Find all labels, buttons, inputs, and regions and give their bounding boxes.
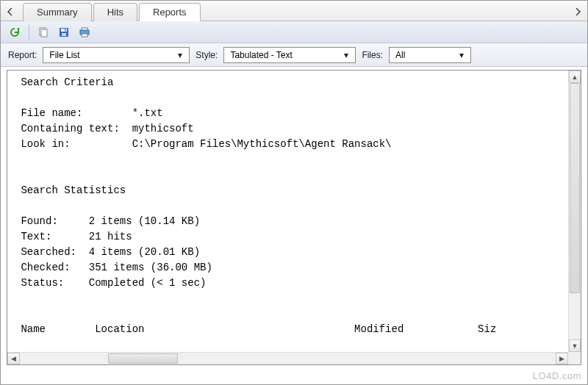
- files-dropdown[interactable]: All ▾: [389, 47, 471, 63]
- scroll-corner: [568, 352, 581, 364]
- tabs-bar: Summary Hits Reports: [1, 1, 587, 21]
- chevron-down-icon: ▾: [456, 50, 467, 60]
- scroll-down-button[interactable]: ▼: [569, 339, 581, 352]
- style-dropdown-value: Tabulated - Text: [230, 50, 293, 60]
- watermark: LO4D.com: [533, 370, 581, 381]
- tab-scroll-right[interactable]: [571, 4, 584, 19]
- report-dropdown[interactable]: File List ▾: [43, 47, 190, 63]
- vertical-scrollbar[interactable]: ▲ ▼: [568, 71, 581, 352]
- vertical-scroll-track[interactable]: [569, 83, 581, 339]
- horizontal-scroll-thumb[interactable]: [108, 353, 178, 364]
- svg-rect-2: [41, 29, 47, 37]
- toolbar: [1, 21, 587, 43]
- svg-rect-4: [61, 29, 67, 32]
- report-dropdown-value: File List: [49, 50, 79, 60]
- tab-scroll-left[interactable]: [4, 4, 17, 19]
- save-button[interactable]: [56, 24, 72, 40]
- horizontal-scrollbar[interactable]: ◀ ▶: [7, 352, 568, 364]
- svg-rect-5: [62, 33, 66, 36]
- scroll-right-button[interactable]: ▶: [556, 353, 568, 364]
- tab-reports[interactable]: Reports: [139, 3, 201, 21]
- tab-summary[interactable]: Summary: [23, 3, 92, 21]
- style-label: Style:: [196, 50, 218, 60]
- tab-hits[interactable]: Hits: [93, 3, 137, 21]
- style-dropdown[interactable]: Tabulated - Text ▾: [223, 47, 356, 63]
- filter-bar: Report: File List ▾ Style: Tabulated - T…: [1, 43, 587, 67]
- svg-rect-6: [65, 29, 66, 31]
- files-label: Files:: [362, 50, 383, 60]
- chevron-down-icon: ▾: [340, 50, 352, 60]
- chevron-down-icon: ▾: [174, 50, 186, 60]
- toolbar-separator: [29, 25, 29, 40]
- scroll-up-button[interactable]: ▲: [569, 71, 581, 83]
- refresh-button[interactable]: [7, 24, 23, 40]
- report-panel: Search Criteria File name: *.txt Contain…: [7, 70, 581, 365]
- horizontal-scroll-track[interactable]: [20, 353, 556, 364]
- svg-rect-9: [82, 34, 87, 37]
- scroll-left-button[interactable]: ◀: [7, 353, 20, 364]
- copy-button[interactable]: [35, 24, 51, 40]
- files-dropdown-value: All: [395, 50, 405, 60]
- print-button[interactable]: [76, 24, 93, 40]
- report-text: Search Criteria File name: *.txt Contain…: [7, 71, 581, 365]
- vertical-scroll-thumb[interactable]: [570, 83, 580, 293]
- report-label: Report:: [8, 50, 37, 60]
